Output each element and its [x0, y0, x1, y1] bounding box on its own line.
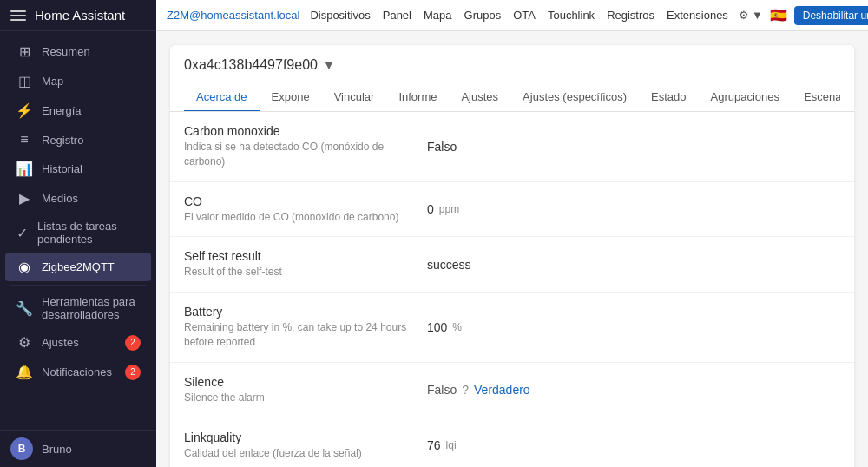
- table-row: Carbon monoxide Indica si se ha detectad…: [170, 112, 854, 182]
- sidebar-item-listas[interactable]: ✓ Listas de tareas pendientes: [5, 214, 151, 252]
- attr-unit: lqi: [446, 439, 457, 451]
- sidebar-item-label: Energía: [42, 104, 82, 117]
- device-chevron-icon[interactable]: ▼: [323, 58, 335, 72]
- sidebar-item-label: Map: [42, 75, 63, 88]
- tab-ajustes[interactable]: Ajustes: [449, 83, 510, 111]
- tab-agrupaciones[interactable]: Agrupaciones: [699, 83, 792, 111]
- hamburger-icon[interactable]: [10, 10, 26, 21]
- language-flag[interactable]: 🇪🇸: [770, 7, 787, 23]
- attr-name: Linkquality: [184, 431, 427, 444]
- user-name: Bruno: [42, 443, 72, 456]
- sidebar-item-historial[interactable]: 📊 Historial: [5, 155, 151, 183]
- silence-true-button[interactable]: Verdadero: [474, 383, 530, 397]
- attr-info: CO El valor medido de CO (monóxido de ca…: [184, 194, 427, 225]
- table-row: Silence Silence the alarm Falso ? Verdad…: [170, 363, 854, 418]
- sidebar-divider: [10, 285, 146, 286]
- history-icon: 📊: [16, 161, 33, 177]
- sidebar-item-label: Zigbee2MQTT: [42, 260, 115, 273]
- topbar-nav-registros[interactable]: Registros: [607, 9, 654, 22]
- sidebar-item-label: Listas de tareas pendientes: [37, 220, 141, 246]
- topbar-nav-mapa[interactable]: Mapa: [424, 9, 452, 22]
- attr-unit: ppm: [439, 203, 459, 215]
- topbar-nav-grupos[interactable]: Grupos: [464, 9, 502, 22]
- sidebar-item-medios[interactable]: ▶ Medios: [5, 184, 151, 213]
- attr-value: Falso ? Verdadero: [427, 383, 840, 397]
- topbar: Z2M@homeassistant.local Dispositivos Pan…: [156, 0, 868, 31]
- sidebar-item-resumen[interactable]: ⊞ Resumen: [5, 37, 151, 66]
- attr-value: 100 %: [427, 320, 840, 334]
- sidebar-item-zigbee2mqtt[interactable]: ◉ Zigbee2MQTT: [5, 253, 151, 281]
- attr-value-text: 100: [427, 320, 447, 334]
- table-row: Self test result Result of the self-test…: [170, 237, 854, 293]
- sidebar-item-ajustes[interactable]: ⚙ Ajustes 2: [5, 328, 151, 357]
- sidebar-header: Home Assistant: [0, 0, 156, 31]
- media-icon: ▶: [16, 190, 33, 207]
- sidebar: Home Assistant ⊞ Resumen ◫ Map ⚡ Energía…: [0, 0, 156, 467]
- table-row: CO El valor medido de CO (monóxido de ca…: [170, 182, 854, 238]
- attr-name: Carbon monoxide: [184, 124, 427, 138]
- attr-desc: Result of the self-test: [184, 265, 427, 280]
- attr-value-text: success: [427, 258, 471, 272]
- sidebar-item-label: Registro: [42, 134, 83, 147]
- sidebar-nav: ⊞ Resumen ◫ Map ⚡ Energía ≡ Registro 📊 H…: [0, 31, 156, 430]
- device-id: 0xa4c138b4497f9e00: [184, 57, 318, 73]
- topbar-nav-extensiones[interactable]: Extensiones: [667, 9, 728, 22]
- silence-question-icon[interactable]: ?: [462, 383, 469, 397]
- topbar-z2m-link[interactable]: Z2M@homeassistant.local: [167, 9, 299, 22]
- settings-gear-button[interactable]: ⚙ ▼: [739, 9, 763, 22]
- app-title: Home Assistant: [35, 8, 125, 23]
- table-row: Battery Remaining battery in %, can take…: [170, 293, 854, 363]
- sidebar-item-energia[interactable]: ⚡ Energía: [5, 96, 151, 125]
- topbar-right: ⚙ ▼ 🇪🇸 Deshabilitar unirse (Coordinator)…: [739, 6, 868, 25]
- avatar[interactable]: B: [10, 437, 33, 460]
- sidebar-item-label: Historial: [42, 162, 82, 175]
- table-row: Linkquality Calidad del enlace (fuerza d…: [170, 418, 854, 467]
- attr-name: CO: [184, 194, 427, 208]
- attr-name: Self test result: [184, 249, 427, 263]
- bell-icon: 🔔: [16, 364, 33, 380]
- tab-acerca-de[interactable]: Acerca de: [184, 83, 260, 111]
- sidebar-item-registro[interactable]: ≡ Registro: [5, 126, 151, 154]
- attr-desc: Silence the alarm: [184, 391, 427, 405]
- sidebar-item-dev-tools[interactable]: 🔧 Herramientas para desarrolladores: [5, 289, 151, 327]
- disable-join-button[interactable]: Deshabilitar unirse (Coordinator) 03:39: [794, 6, 868, 25]
- device-tabs: Acerca de Expone Vincular Informe Ajuste…: [184, 83, 840, 111]
- device-header: 0xa4c138b4497f9e00 ▼ Acerca de Expone Vi…: [170, 45, 854, 112]
- attr-desc: Indica si se ha detectado CO (monóxido d…: [184, 140, 427, 169]
- tab-estado[interactable]: Estado: [639, 83, 698, 111]
- sidebar-item-label: Herramientas para desarrolladores: [42, 295, 141, 321]
- tab-escena[interactable]: Escena: [792, 83, 840, 111]
- attr-info: Battery Remaining battery in %, can take…: [184, 305, 427, 350]
- sidebar-item-map[interactable]: ◫ Map: [5, 67, 151, 95]
- device-panel: 0xa4c138b4497f9e00 ▼ Acerca de Expone Vi…: [170, 45, 854, 467]
- attr-name: Silence: [184, 375, 427, 389]
- notifications-badge: 2: [125, 365, 141, 380]
- attr-desc: Remaining battery in %, can take up to 2…: [184, 320, 427, 350]
- attr-value-text: Falso: [427, 140, 457, 154]
- silence-false-value: Falso: [427, 383, 457, 397]
- settings-dropdown-arrow: ▼: [752, 9, 763, 22]
- tab-ajustes-especificos[interactable]: Ajustes (específicos): [510, 83, 639, 111]
- topbar-nav-touchlink[interactable]: Touchlink: [548, 9, 595, 22]
- tab-informe[interactable]: Informe: [386, 83, 449, 111]
- map-icon: ◫: [16, 73, 33, 89]
- sidebar-footer: B Bruno: [0, 430, 156, 467]
- attr-info: Carbon monoxide Indica si se ha detectad…: [184, 124, 427, 169]
- topbar-nav-panel[interactable]: Panel: [383, 9, 411, 22]
- device-id-row: 0xa4c138b4497f9e00 ▼: [184, 57, 840, 73]
- sidebar-item-notifications[interactable]: 🔔 Notificaciones 2: [5, 358, 151, 386]
- tab-vincular[interactable]: Vincular: [322, 83, 387, 111]
- settings-sidebar-icon: ⚙: [16, 334, 33, 351]
- sidebar-item-label: Resumen: [42, 45, 90, 58]
- attr-value: 76 lqi: [427, 438, 840, 452]
- topbar-nav-ota[interactable]: OTA: [513, 9, 536, 22]
- sidebar-item-label: Notificaciones: [42, 365, 112, 378]
- attr-unit: %: [452, 321, 462, 333]
- attr-info: Silence Silence the alarm: [184, 375, 427, 405]
- main-area: Z2M@homeassistant.local Dispositivos Pan…: [156, 0, 868, 467]
- attr-desc: El valor medido de CO (monóxido de carbo…: [184, 210, 427, 225]
- topbar-nav-dispositivos[interactable]: Dispositivos: [310, 9, 370, 22]
- tab-expone[interactable]: Expone: [260, 83, 322, 111]
- attr-info: Self test result Result of the self-test: [184, 249, 427, 280]
- attr-name: Battery: [184, 305, 427, 319]
